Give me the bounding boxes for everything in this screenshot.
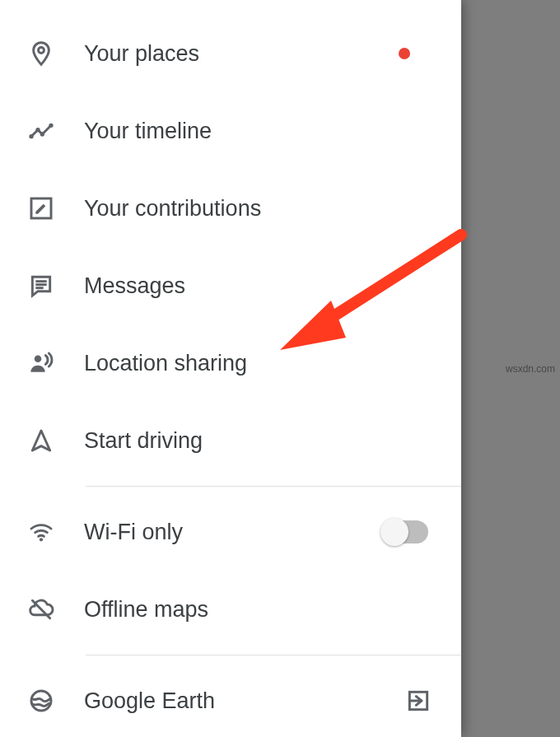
menu-label: Your contributions [84, 196, 435, 222]
menu-label: Google Earth [84, 688, 402, 714]
menu-label: Start driving [84, 428, 435, 454]
cloud-off-icon [25, 593, 58, 626]
menu-item-start-driving[interactable]: Start driving [0, 402, 461, 479]
message-icon [25, 269, 58, 302]
menu-item-messages[interactable]: Messages [0, 247, 461, 324]
edit-square-icon [25, 192, 58, 225]
menu-item-wifi-only[interactable]: Wi-Fi only [0, 493, 461, 571]
menu-label: Location sharing [84, 351, 435, 376]
svg-point-10 [40, 132, 44, 136]
menu-label: Offline maps [84, 597, 435, 623]
svg-point-16 [35, 355, 42, 362]
pin-icon [25, 37, 58, 70]
menu-label: Your timeline [84, 119, 435, 144]
menu-label: Messages [84, 273, 435, 299]
svg-point-7 [39, 48, 44, 54]
wifi-icon [25, 515, 58, 548]
menu-item-google-earth[interactable]: Google Earth [0, 662, 461, 737]
open-in-new-icon [402, 684, 435, 717]
svg-point-11 [49, 124, 53, 128]
divider [86, 486, 461, 487]
menu-item-offline-maps[interactable]: Offline maps [0, 571, 461, 648]
divider [86, 655, 461, 655]
watermark: wsxdn.com [506, 363, 555, 375]
svg-point-9 [35, 128, 40, 132]
timeline-icon [25, 114, 58, 147]
svg-point-17 [40, 538, 43, 541]
menu-item-your-places[interactable]: Your places [0, 15, 461, 92]
google-earth-icon [25, 684, 58, 717]
menu-label: Wi-Fi only [84, 520, 382, 545]
navigation-arrow-icon [25, 424, 58, 457]
svg-point-8 [29, 134, 33, 138]
menu-item-location-sharing[interactable]: Location sharing [0, 324, 461, 402]
location-sharing-icon [25, 347, 58, 380]
navigation-drawer: Your places Your timeline Your contribut… [0, 0, 461, 737]
toggle-knob [380, 518, 408, 546]
menu-label: Your places [84, 41, 399, 67]
menu-item-your-contributions[interactable]: Your contributions [0, 170, 461, 247]
wifi-only-toggle[interactable] [382, 520, 428, 543]
notification-badge [399, 48, 410, 59]
menu-item-your-timeline[interactable]: Your timeline [0, 92, 461, 170]
